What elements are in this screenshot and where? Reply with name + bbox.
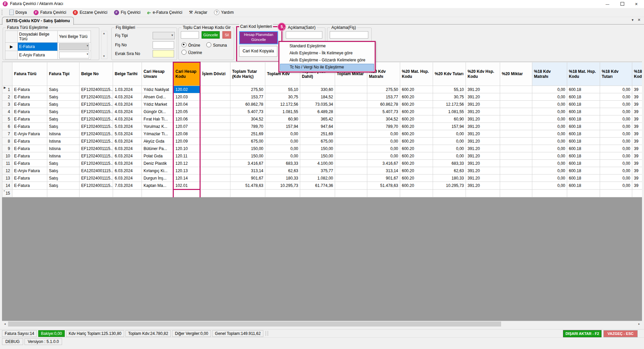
cell[interactable]: 600.20 [400, 123, 433, 130]
cell[interactable]: 39 [632, 108, 642, 115]
cell[interactable]: 313,14 [367, 167, 400, 174]
cell[interactable]: 0,00 [532, 145, 567, 152]
cell[interactable]: Bütüner Pa... [142, 145, 173, 152]
cell[interactable]: 120.13 [173, 167, 200, 174]
row-header[interactable]: 3 [2, 101, 12, 108]
cell[interactable]: Durgun İnş... [142, 174, 173, 182]
cell[interactable]: 304,52 [230, 115, 265, 123]
cell[interactable]: 60,90 [433, 115, 466, 123]
cell[interactable]: 600.20 [400, 160, 433, 167]
cell[interactable]: 330,60 [300, 86, 335, 93]
cell[interactable]: 600.20 [400, 138, 433, 145]
cell[interactable]: 391.20 [466, 123, 500, 130]
context-menu-item-2[interactable]: Akıllı Eşleştirme - Gözardı Kelimelere g… [279, 57, 375, 64]
menubar-item-3[interactable]: FFiş Çevirici [111, 9, 144, 16]
cell[interactable]: 391.20 [466, 138, 500, 145]
cell[interactable] [500, 145, 532, 152]
cell[interactable] [200, 167, 230, 174]
cell[interactable]: 0,00 [367, 138, 400, 145]
cell[interactable]: 600.18 [567, 93, 600, 101]
cell[interactable] [335, 167, 367, 174]
cell[interactable]: 0,00 [600, 174, 632, 182]
cell[interactable]: 600.18 [567, 130, 600, 138]
tab-close-icon[interactable]: ✕ [638, 18, 641, 22]
cell[interactable] [200, 86, 230, 93]
cell[interactable]: 0,00 [532, 130, 567, 138]
cell[interactable]: 600.20 [400, 115, 433, 123]
row-header[interactable]: 13 [2, 174, 12, 182]
cell[interactable]: 0,00 [532, 108, 567, 115]
cell[interactable]: Satış [47, 101, 79, 108]
cell[interactable] [12, 190, 47, 197]
cell[interactable]: 55,10 [433, 86, 466, 93]
cell[interactable]: E-Fatura [12, 145, 47, 152]
cell[interactable] [500, 108, 532, 115]
cell[interactable]: 3.416,67 [367, 160, 400, 167]
cell[interactable] [200, 93, 230, 101]
row-header[interactable]: 6 [2, 123, 12, 130]
cell[interactable]: 39 [632, 182, 642, 190]
cell[interactable]: 61.774,36 [300, 182, 335, 190]
cell[interactable]: E-Fatura [12, 86, 47, 93]
cell[interactable]: 0,00 [532, 182, 567, 190]
cell[interactable]: 150,00 [300, 152, 335, 160]
cell[interactable]: Satış [47, 115, 79, 123]
cell[interactable]: 120.04 [173, 101, 200, 108]
cell[interactable]: EF12024001115... [79, 130, 113, 138]
cell[interactable] [500, 167, 532, 174]
cell[interactable]: 600.20 [400, 145, 433, 152]
yeni-belge-turu-cell[interactable]: ▾ [58, 51, 91, 59]
cell[interactable]: 157,94 [433, 123, 466, 130]
cell[interactable]: 10.295,73 [265, 182, 300, 190]
cell[interactable]: 251,69 [300, 130, 335, 138]
cell[interactable]: 0,00 [600, 123, 632, 130]
cell[interactable]: 0,00 [367, 152, 400, 160]
fatura-grid-scrollbar[interactable]: ▲ ▼ [101, 31, 107, 59]
cell[interactable] [200, 123, 230, 130]
cell[interactable]: 6.03.2024 [113, 145, 142, 152]
cell[interactable] [335, 174, 367, 182]
scroll-down-icon[interactable]: ▼ [102, 54, 106, 59]
dosyadaki-belge-turu-cell[interactable]: E-Arşiv Fatura [18, 51, 58, 59]
cell[interactable]: 6.03.2024 [113, 174, 142, 182]
cell[interactable]: Satış [47, 93, 79, 101]
cell[interactable] [367, 190, 400, 197]
cell[interactable]: Ahsen Gıd... [142, 93, 173, 101]
cell[interactable]: 39 [632, 174, 642, 182]
cell[interactable]: 0,00 [600, 108, 632, 115]
cell[interactable]: 120.10 [173, 145, 200, 152]
cell[interactable]: 0,00 [265, 130, 300, 138]
cell[interactable]: 600.20 [400, 167, 433, 174]
cell[interactable]: Yıldız Market [142, 101, 173, 108]
cell[interactable]: 0,00 [532, 167, 567, 174]
cell[interactable]: E-Arşiv Fatura [12, 130, 47, 138]
cell[interactable] [500, 190, 532, 197]
cell[interactable]: Istisna [47, 152, 79, 160]
maximize-button[interactable] [615, 0, 629, 8]
cell[interactable]: 39 [632, 86, 642, 93]
row-header[interactable]: 8 [2, 138, 12, 145]
cell[interactable]: E-Fatura [12, 160, 47, 167]
cell[interactable]: 62,63 [433, 167, 466, 174]
radio-option-önüne[interactable]: Önüne [181, 42, 200, 48]
cell[interactable] [200, 108, 230, 115]
cell[interactable]: 600.18 [567, 167, 600, 174]
yeni-belge-turu-cell[interactable]: ▾ [58, 43, 91, 51]
cell[interactable] [600, 190, 632, 197]
cell[interactable]: 0,00 [600, 138, 632, 145]
cell[interactable]: 60.862,78 [230, 101, 265, 108]
cell[interactable]: 391.20 [466, 152, 500, 160]
cell[interactable]: E-Fatura [12, 108, 47, 115]
cell[interactable]: 120.05 [173, 108, 200, 115]
cell[interactable]: E-Fatura [12, 115, 47, 123]
cell[interactable]: 600.20 [400, 101, 433, 108]
row-header[interactable]: 7 [2, 130, 12, 138]
cell[interactable]: 600.18 [567, 152, 600, 160]
column-header-17[interactable]: %18 Kdv Matrahı [532, 62, 567, 86]
column-header-15[interactable]: %20 Kdv Hsp. Kodu [466, 62, 500, 86]
row-header[interactable]: 2 [2, 93, 12, 101]
cell[interactable] [200, 174, 230, 182]
cell[interactable] [532, 190, 567, 197]
radio-option-üzerine[interactable]: Üzerine [181, 50, 202, 55]
scroll-up-icon[interactable]: ▲ [102, 31, 106, 36]
